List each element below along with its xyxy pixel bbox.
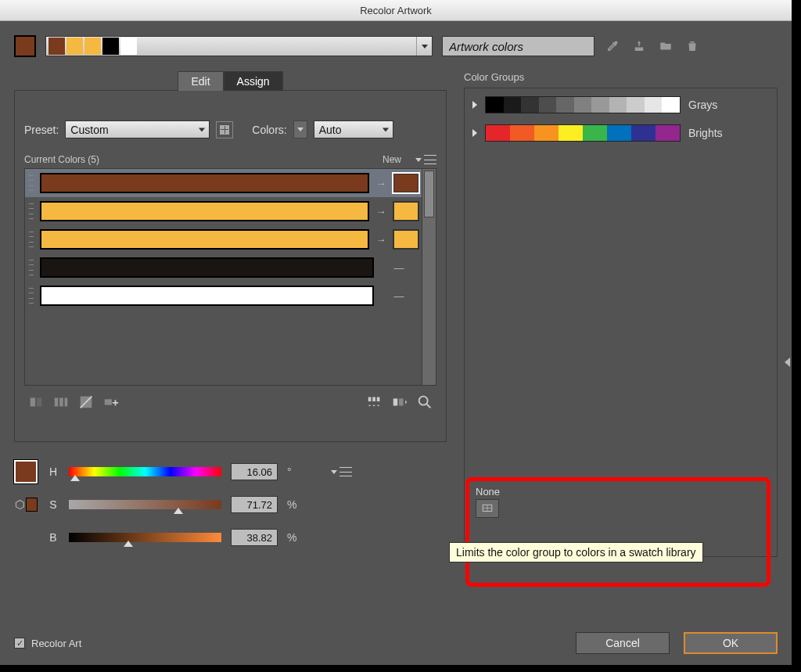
save-group-icon[interactable] xyxy=(630,38,648,55)
grip-icon[interactable] xyxy=(27,229,35,250)
new-color-chip[interactable] xyxy=(393,173,419,193)
table-row[interactable]: — xyxy=(25,253,422,282)
svg-rect-8 xyxy=(368,397,372,401)
svg-rect-2 xyxy=(55,398,59,407)
brightness-value[interactable]: 38.82 xyxy=(231,529,278,546)
colors-auto-dropdown[interactable]: Auto xyxy=(314,120,393,138)
new-color-chip[interactable] xyxy=(393,229,419,250)
split-column-icon[interactable] xyxy=(52,395,70,409)
cube-icon[interactable] xyxy=(14,498,26,512)
svg-rect-4 xyxy=(65,398,68,407)
tab-edit[interactable]: Edit xyxy=(178,71,223,91)
colors-label: Colors: xyxy=(252,124,286,136)
group-swatches[interactable] xyxy=(485,124,681,142)
svg-rect-7 xyxy=(105,399,112,404)
color-group-row[interactable]: Brights xyxy=(472,124,769,142)
preset-dropdown[interactable]: Custom xyxy=(65,120,210,138)
grip-icon[interactable] xyxy=(27,173,35,193)
arrow-icon: → xyxy=(374,206,388,217)
scrollbar[interactable] xyxy=(422,169,436,385)
saturation-value[interactable]: 71.72 xyxy=(231,496,278,513)
disclosure-triangle-icon[interactable] xyxy=(472,129,477,137)
svg-line-14 xyxy=(427,404,431,408)
out-of-gamut-swatch[interactable] xyxy=(26,498,38,512)
trash-icon[interactable] xyxy=(684,38,701,55)
magnifier-icon[interactable] xyxy=(416,395,433,409)
table-row[interactable]: — xyxy=(25,282,422,310)
svg-rect-1 xyxy=(37,398,41,407)
current-colors-label: Current Colors (5) xyxy=(24,154,99,165)
cancel-button[interactable]: Cancel xyxy=(576,632,670,654)
top-toolbar xyxy=(14,35,778,57)
group-name: Brights xyxy=(688,127,723,139)
folder-icon[interactable] xyxy=(657,38,674,55)
window-title: Recolor Artwork xyxy=(0,0,792,21)
recolor-art-checkbox[interactable] xyxy=(14,638,25,649)
color-group-row[interactable]: Grays xyxy=(472,96,769,113)
svg-rect-11 xyxy=(393,398,398,405)
preset-options-icon[interactable] xyxy=(216,121,233,138)
arrow-icon: → xyxy=(374,178,388,189)
group-swatches[interactable] xyxy=(485,96,681,113)
palette-dropdown[interactable] xyxy=(45,36,433,56)
current-color-bar[interactable] xyxy=(40,173,369,193)
saturation-label: S xyxy=(47,498,59,511)
exclude-color-icon[interactable] xyxy=(77,395,95,409)
new-row-icon[interactable] xyxy=(102,395,120,409)
hue-slider[interactable] xyxy=(69,467,221,476)
grip-icon[interactable] xyxy=(27,257,35,278)
grip-icon[interactable] xyxy=(27,201,35,221)
tooltip: Limits the color group to colors in a sw… xyxy=(449,542,703,562)
colors-dropdown-icon[interactable] xyxy=(293,120,307,138)
recolor-art-label: Recolor Art xyxy=(31,638,81,649)
disclosure-triangle-icon[interactable] xyxy=(472,101,477,109)
color-list: →→→—— xyxy=(24,168,436,386)
palette-chip[interactable] xyxy=(102,38,119,55)
table-row[interactable]: → xyxy=(25,225,422,253)
randomize-order-icon[interactable] xyxy=(366,395,383,409)
hsb-swatch[interactable] xyxy=(14,460,38,483)
brightness-label: B xyxy=(47,531,59,544)
collapse-arrow-icon[interactable] xyxy=(785,358,790,367)
arrow-icon: → xyxy=(374,234,388,246)
saturation-unit: % xyxy=(287,498,296,511)
grip-icon[interactable] xyxy=(27,286,35,306)
single-column-icon[interactable] xyxy=(27,395,45,409)
current-color-bar[interactable] xyxy=(40,201,369,221)
swatch-library-button[interactable] xyxy=(476,499,499,518)
hue-unit: ° xyxy=(287,465,296,478)
svg-rect-9 xyxy=(372,397,375,401)
hue-label: H xyxy=(47,465,59,478)
table-row[interactable]: → xyxy=(25,197,422,225)
color-groups-label: Color Groups xyxy=(464,71,778,83)
palette-chip[interactable] xyxy=(84,38,101,55)
current-color-bar[interactable] xyxy=(40,229,369,250)
current-color-bar[interactable] xyxy=(40,257,374,278)
new-color-chip[interactable] xyxy=(393,201,419,221)
brightness-slider[interactable] xyxy=(69,533,221,542)
tab-assign[interactable]: Assign xyxy=(224,71,283,91)
ok-button[interactable]: OK xyxy=(684,632,778,654)
current-color-bar[interactable] xyxy=(40,286,374,306)
assign-panel: Preset: Custom Colors: Auto Curren xyxy=(14,90,447,442)
palette-chip[interactable] xyxy=(120,38,137,55)
eyedropper-icon[interactable] xyxy=(604,38,621,55)
table-row[interactable]: → xyxy=(25,169,422,197)
none-label: None xyxy=(476,486,760,498)
panel-menu-icon[interactable] xyxy=(415,155,436,164)
palette-chip[interactable] xyxy=(48,38,65,55)
no-assign-dash: — xyxy=(379,262,419,274)
hue-value[interactable]: 16.06 xyxy=(231,463,278,480)
palette-chip[interactable] xyxy=(66,38,83,55)
svg-rect-10 xyxy=(377,397,380,401)
svg-point-13 xyxy=(419,397,428,405)
saturation-slider[interactable] xyxy=(69,500,221,509)
randomize-sat-icon[interactable] xyxy=(391,395,408,409)
preset-label: Preset: xyxy=(24,124,59,136)
hsb-mode-menu-icon[interactable] xyxy=(331,467,352,476)
svg-rect-0 xyxy=(31,398,35,407)
active-color-swatch[interactable] xyxy=(14,35,36,57)
group-name: Grays xyxy=(688,99,717,111)
artwork-name-input[interactable] xyxy=(442,36,594,56)
palette-dropdown-arrow[interactable] xyxy=(416,37,432,56)
